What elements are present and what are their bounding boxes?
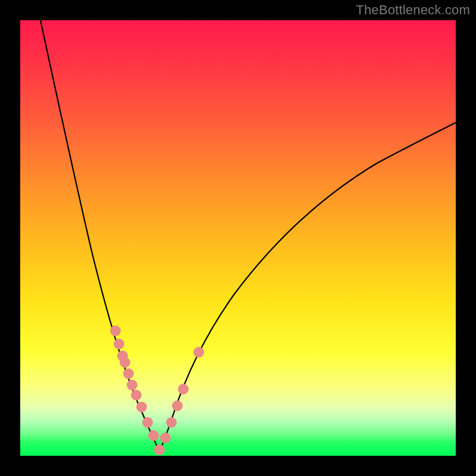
plot-area: [20, 20, 456, 456]
chart-svg: [20, 20, 456, 456]
scatter-dot: [148, 430, 159, 441]
scatter-dot: [172, 400, 183, 411]
watermark-text: TheBottleneck.com: [356, 2, 470, 18]
scatter-dot: [136, 402, 147, 412]
curve-right-branch: [159, 123, 456, 451]
scatter-dot: [154, 444, 165, 455]
scatter-dot: [110, 325, 121, 336]
scatter-dot: [131, 390, 142, 400]
scatter-dot: [123, 368, 134, 379]
scatter-dot: [166, 417, 177, 428]
scatter-dot: [114, 339, 124, 349]
scatter-dot: [193, 347, 204, 358]
scatter-dots: [110, 325, 204, 455]
scatter-dot: [120, 357, 130, 368]
scatter-dot: [160, 433, 171, 443]
scatter-dot: [142, 417, 153, 428]
scatter-dot: [178, 384, 189, 394]
scatter-dot: [127, 380, 137, 390]
curve-left-branch: [40, 20, 159, 451]
